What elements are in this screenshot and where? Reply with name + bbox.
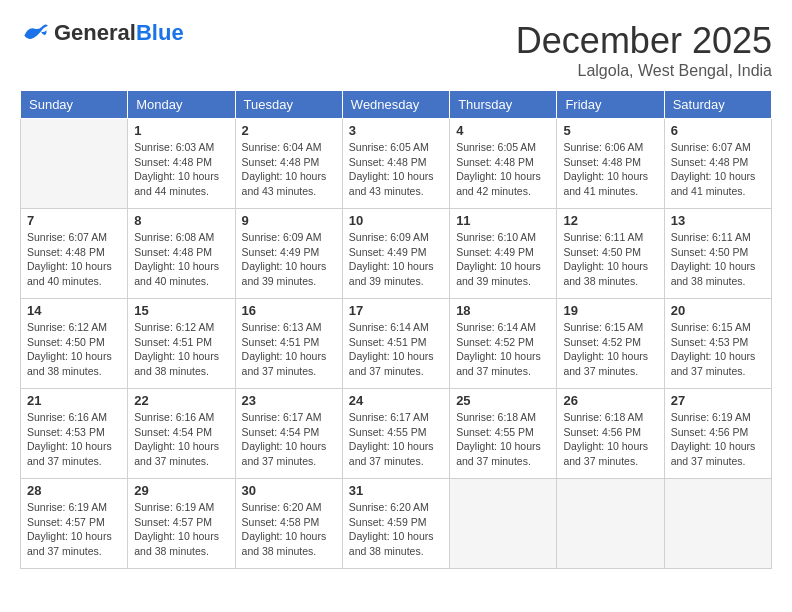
calendar-cell: 14Sunrise: 6:12 AMSunset: 4:50 PMDayligh… [21, 299, 128, 389]
day-info: Sunrise: 6:20 AMSunset: 4:59 PMDaylight:… [349, 500, 443, 559]
calendar-cell: 27Sunrise: 6:19 AMSunset: 4:56 PMDayligh… [664, 389, 771, 479]
day-info: Sunrise: 6:11 AMSunset: 4:50 PMDaylight:… [563, 230, 657, 289]
day-number: 27 [671, 393, 765, 408]
day-info: Sunrise: 6:14 AMSunset: 4:51 PMDaylight:… [349, 320, 443, 379]
calendar-cell: 6Sunrise: 6:07 AMSunset: 4:48 PMDaylight… [664, 119, 771, 209]
day-number: 13 [671, 213, 765, 228]
location: Lalgola, West Bengal, India [516, 62, 772, 80]
week-row-1: 1Sunrise: 6:03 AMSunset: 4:48 PMDaylight… [21, 119, 772, 209]
calendar-cell: 21Sunrise: 6:16 AMSunset: 4:53 PMDayligh… [21, 389, 128, 479]
day-info: Sunrise: 6:15 AMSunset: 4:52 PMDaylight:… [563, 320, 657, 379]
day-number: 29 [134, 483, 228, 498]
day-info: Sunrise: 6:03 AMSunset: 4:48 PMDaylight:… [134, 140, 228, 199]
calendar-cell: 29Sunrise: 6:19 AMSunset: 4:57 PMDayligh… [128, 479, 235, 569]
calendar-cell: 8Sunrise: 6:08 AMSunset: 4:48 PMDaylight… [128, 209, 235, 299]
day-number: 28 [27, 483, 121, 498]
calendar-cell: 30Sunrise: 6:20 AMSunset: 4:58 PMDayligh… [235, 479, 342, 569]
day-info: Sunrise: 6:12 AMSunset: 4:50 PMDaylight:… [27, 320, 121, 379]
day-number: 26 [563, 393, 657, 408]
day-info: Sunrise: 6:04 AMSunset: 4:48 PMDaylight:… [242, 140, 336, 199]
day-number: 5 [563, 123, 657, 138]
calendar-cell [21, 119, 128, 209]
day-info: Sunrise: 6:11 AMSunset: 4:50 PMDaylight:… [671, 230, 765, 289]
day-info: Sunrise: 6:05 AMSunset: 4:48 PMDaylight:… [456, 140, 550, 199]
day-info: Sunrise: 6:19 AMSunset: 4:56 PMDaylight:… [671, 410, 765, 469]
day-number: 14 [27, 303, 121, 318]
calendar-cell: 18Sunrise: 6:14 AMSunset: 4:52 PMDayligh… [450, 299, 557, 389]
week-row-2: 7Sunrise: 6:07 AMSunset: 4:48 PMDaylight… [21, 209, 772, 299]
day-info: Sunrise: 6:05 AMSunset: 4:48 PMDaylight:… [349, 140, 443, 199]
logo-blue: Blue [136, 20, 184, 46]
day-number: 24 [349, 393, 443, 408]
calendar-cell: 15Sunrise: 6:12 AMSunset: 4:51 PMDayligh… [128, 299, 235, 389]
day-number: 25 [456, 393, 550, 408]
calendar-cell: 7Sunrise: 6:07 AMSunset: 4:48 PMDaylight… [21, 209, 128, 299]
day-info: Sunrise: 6:16 AMSunset: 4:53 PMDaylight:… [27, 410, 121, 469]
day-info: Sunrise: 6:06 AMSunset: 4:48 PMDaylight:… [563, 140, 657, 199]
day-number: 18 [456, 303, 550, 318]
calendar-cell: 3Sunrise: 6:05 AMSunset: 4:48 PMDaylight… [342, 119, 449, 209]
week-row-5: 28Sunrise: 6:19 AMSunset: 4:57 PMDayligh… [21, 479, 772, 569]
day-number: 30 [242, 483, 336, 498]
column-header-friday: Friday [557, 91, 664, 119]
calendar-cell: 4Sunrise: 6:05 AMSunset: 4:48 PMDaylight… [450, 119, 557, 209]
calendar-cell: 2Sunrise: 6:04 AMSunset: 4:48 PMDaylight… [235, 119, 342, 209]
day-number: 9 [242, 213, 336, 228]
day-info: Sunrise: 6:07 AMSunset: 4:48 PMDaylight:… [27, 230, 121, 289]
calendar-cell [557, 479, 664, 569]
calendar-cell: 9Sunrise: 6:09 AMSunset: 4:49 PMDaylight… [235, 209, 342, 299]
day-info: Sunrise: 6:19 AMSunset: 4:57 PMDaylight:… [134, 500, 228, 559]
day-number: 4 [456, 123, 550, 138]
calendar-cell: 12Sunrise: 6:11 AMSunset: 4:50 PMDayligh… [557, 209, 664, 299]
day-number: 12 [563, 213, 657, 228]
calendar-header-row: SundayMondayTuesdayWednesdayThursdayFrid… [21, 91, 772, 119]
calendar-cell: 13Sunrise: 6:11 AMSunset: 4:50 PMDayligh… [664, 209, 771, 299]
column-header-sunday: Sunday [21, 91, 128, 119]
day-info: Sunrise: 6:20 AMSunset: 4:58 PMDaylight:… [242, 500, 336, 559]
column-header-wednesday: Wednesday [342, 91, 449, 119]
column-header-thursday: Thursday [450, 91, 557, 119]
day-info: Sunrise: 6:10 AMSunset: 4:49 PMDaylight:… [456, 230, 550, 289]
calendar-cell: 31Sunrise: 6:20 AMSunset: 4:59 PMDayligh… [342, 479, 449, 569]
day-number: 6 [671, 123, 765, 138]
month-title: December 2025 [516, 20, 772, 62]
calendar-cell: 17Sunrise: 6:14 AMSunset: 4:51 PMDayligh… [342, 299, 449, 389]
day-number: 8 [134, 213, 228, 228]
day-number: 11 [456, 213, 550, 228]
day-info: Sunrise: 6:17 AMSunset: 4:54 PMDaylight:… [242, 410, 336, 469]
day-info: Sunrise: 6:15 AMSunset: 4:53 PMDaylight:… [671, 320, 765, 379]
calendar-cell: 24Sunrise: 6:17 AMSunset: 4:55 PMDayligh… [342, 389, 449, 479]
day-info: Sunrise: 6:19 AMSunset: 4:57 PMDaylight:… [27, 500, 121, 559]
day-info: Sunrise: 6:09 AMSunset: 4:49 PMDaylight:… [242, 230, 336, 289]
column-header-tuesday: Tuesday [235, 91, 342, 119]
day-info: Sunrise: 6:07 AMSunset: 4:48 PMDaylight:… [671, 140, 765, 199]
page-header: General Blue December 2025 Lalgola, West… [20, 20, 772, 80]
title-block: December 2025 Lalgola, West Bengal, Indi… [516, 20, 772, 80]
day-info: Sunrise: 6:12 AMSunset: 4:51 PMDaylight:… [134, 320, 228, 379]
column-header-monday: Monday [128, 91, 235, 119]
day-number: 31 [349, 483, 443, 498]
day-number: 3 [349, 123, 443, 138]
calendar-cell: 10Sunrise: 6:09 AMSunset: 4:49 PMDayligh… [342, 209, 449, 299]
calendar-cell: 11Sunrise: 6:10 AMSunset: 4:49 PMDayligh… [450, 209, 557, 299]
column-header-saturday: Saturday [664, 91, 771, 119]
day-number: 15 [134, 303, 228, 318]
calendar-cell: 26Sunrise: 6:18 AMSunset: 4:56 PMDayligh… [557, 389, 664, 479]
calendar-cell [450, 479, 557, 569]
calendar-cell: 22Sunrise: 6:16 AMSunset: 4:54 PMDayligh… [128, 389, 235, 479]
day-number: 20 [671, 303, 765, 318]
day-number: 22 [134, 393, 228, 408]
day-number: 10 [349, 213, 443, 228]
calendar-table: SundayMondayTuesdayWednesdayThursdayFrid… [20, 90, 772, 569]
logo-general: General [54, 20, 136, 46]
day-number: 16 [242, 303, 336, 318]
day-info: Sunrise: 6:16 AMSunset: 4:54 PMDaylight:… [134, 410, 228, 469]
day-info: Sunrise: 6:13 AMSunset: 4:51 PMDaylight:… [242, 320, 336, 379]
day-info: Sunrise: 6:18 AMSunset: 4:55 PMDaylight:… [456, 410, 550, 469]
day-number: 19 [563, 303, 657, 318]
calendar-cell: 23Sunrise: 6:17 AMSunset: 4:54 PMDayligh… [235, 389, 342, 479]
day-number: 23 [242, 393, 336, 408]
day-info: Sunrise: 6:14 AMSunset: 4:52 PMDaylight:… [456, 320, 550, 379]
week-row-3: 14Sunrise: 6:12 AMSunset: 4:50 PMDayligh… [21, 299, 772, 389]
logo-icon [20, 23, 50, 43]
